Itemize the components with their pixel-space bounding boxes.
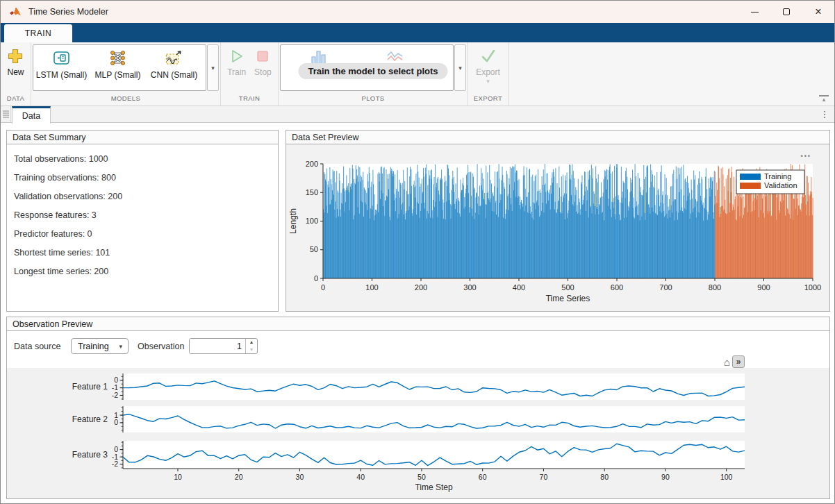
data-source-value: Training	[78, 342, 109, 351]
svg-text:Feature 1: Feature 1	[72, 382, 108, 392]
observation-input[interactable]	[190, 339, 245, 353]
ribbon-tab-strip: TRAIN	[1, 23, 834, 42]
model-cnn-small[interactable]: CNN (Small)	[146, 45, 202, 90]
cnn-model-icon	[165, 49, 183, 67]
svg-text:30: 30	[296, 473, 304, 481]
matlab-logo-icon	[9, 6, 22, 17]
new-button[interactable]: New	[7, 49, 24, 94]
summary-response-features: Response features: 3	[14, 210, 278, 219]
svg-text:50: 50	[310, 245, 318, 253]
ribbon-section-models: LSTM (Small)	[31, 42, 221, 106]
svg-text:200: 200	[306, 160, 318, 168]
svg-text:Training: Training	[764, 172, 791, 180]
kebab-menu-icon: ⋮	[820, 109, 829, 119]
train-button[interactable]: Train	[227, 49, 246, 94]
section-label-data: DATA	[1, 94, 31, 106]
svg-text:900: 900	[757, 283, 770, 292]
summary-longest-series: Longest time series: 200	[14, 267, 278, 276]
title-bar: Time Series Modeler ×	[1, 1, 834, 23]
svg-text:800: 800	[709, 283, 721, 292]
ribbon-section-train: Train Stop TRAIN	[221, 42, 279, 106]
stop-button-label: Stop	[254, 67, 272, 77]
plots-tooltip: Train the model to select plots	[298, 63, 447, 79]
export-button-label: Export	[476, 67, 500, 77]
data-source-dropdown[interactable]: Training ▾	[71, 338, 129, 354]
model-mlp-label: MLP (Small)	[95, 70, 141, 80]
maximize-button[interactable]	[770, 1, 802, 23]
collapse-ribbon-button[interactable]: ▴	[819, 95, 829, 103]
preview-panel-title: Data Set Preview	[286, 131, 829, 144]
svg-text:0: 0	[314, 274, 318, 283]
main-content: Data Set Summary Total observations: 100…	[1, 123, 834, 503]
svg-text:100: 100	[306, 217, 318, 225]
svg-text:40: 40	[356, 473, 365, 481]
ribbon-section-plots: Histogram ▾ Train the model to	[279, 42, 468, 106]
minimize-icon	[751, 12, 759, 12]
ribbon-section-data: New DATA	[1, 42, 31, 106]
play-icon	[229, 49, 245, 64]
checkmark-icon	[480, 49, 497, 64]
svg-text:Length: Length	[288, 208, 298, 234]
data-set-preview-panel: Data Set Preview 05010015020001002003004…	[286, 130, 830, 312]
train-button-label: Train	[227, 67, 246, 77]
models-gallery-dropdown[interactable]: ▾	[207, 44, 219, 91]
svg-text:50: 50	[418, 473, 426, 481]
chevron-down-icon: ▾	[211, 65, 215, 72]
spin-up-button[interactable]: ▴	[246, 339, 257, 346]
home-icon[interactable]: ⌂	[724, 357, 730, 367]
grip-icon	[3, 110, 9, 118]
section-label-export: EXPORT	[468, 94, 508, 106]
models-gallery: LSTM (Small)	[33, 44, 206, 91]
svg-text:200: 200	[415, 283, 427, 292]
svg-text:10: 10	[174, 473, 182, 481]
minimize-button[interactable]	[738, 1, 770, 23]
svg-text:Validation: Validation	[764, 181, 797, 190]
svg-text:70: 70	[540, 473, 548, 481]
document-tab-bar: Data ⋮	[1, 106, 834, 123]
stop-button[interactable]: Stop	[254, 49, 272, 94]
svg-text:Feature 3: Feature 3	[72, 450, 108, 460]
export-button[interactable]: Export ▾	[476, 49, 500, 94]
observation-features-chart: 0-1-2Feature 110Feature 20-1-2Feature 31…	[7, 368, 829, 500]
plots-gallery-dropdown[interactable]: ▾	[454, 44, 466, 91]
model-lstm-small[interactable]: LSTM (Small)	[33, 45, 90, 90]
app-window: Time Series Modeler × TRAIN New DATA	[0, 0, 835, 504]
model-mlp-small[interactable]: MLP (Small)	[90, 45, 146, 90]
observation-controls: Data source Training ▾ Observation ▴ ▾	[7, 338, 829, 356]
stop-icon	[255, 49, 270, 64]
svg-text:700: 700	[659, 283, 672, 292]
svg-text:0: 0	[321, 283, 325, 292]
tab-bar-menu-button[interactable]: ⋮	[815, 106, 834, 122]
close-button[interactable]: ×	[802, 1, 834, 23]
tab-train[interactable]: TRAIN	[4, 24, 72, 42]
svg-text:1000: 1000	[804, 283, 821, 292]
model-lstm-label: LSTM (Small)	[36, 70, 87, 80]
expand-toolbar-button[interactable]: »	[732, 355, 745, 368]
svg-text:-2: -2	[112, 391, 118, 399]
spin-down-button[interactable]: ▾	[246, 346, 257, 354]
maximize-icon	[783, 8, 790, 15]
lstm-model-icon	[52, 49, 71, 67]
tab-data[interactable]: Data	[12, 106, 51, 124]
chevron-down-icon: ▾	[458, 65, 462, 72]
summary-training-observations: Training observations: 800	[14, 173, 278, 182]
panel-grip-handle[interactable]	[1, 106, 11, 122]
axes-toolbar: ⌂ »	[722, 355, 746, 369]
chevron-down-icon: ▾	[119, 343, 122, 350]
svg-text:Time Step: Time Step	[415, 482, 453, 492]
chevron-down-icon: ▾	[486, 78, 490, 85]
svg-text:150: 150	[306, 188, 318, 196]
svg-text:80: 80	[600, 473, 609, 481]
double-chevron-icon: »	[736, 358, 741, 366]
section-label-plots: PLOTS	[279, 94, 468, 106]
svg-text:500: 500	[561, 283, 574, 292]
svg-text:100: 100	[365, 283, 378, 292]
svg-text:0: 0	[114, 418, 118, 426]
svg-text:600: 600	[611, 283, 623, 292]
summary-shortest-series: Shortest time series: 101	[14, 248, 278, 257]
svg-text:100: 100	[720, 473, 733, 481]
chart-options-button[interactable]: •••	[801, 153, 811, 160]
tab-train-label: TRAIN	[25, 28, 52, 38]
summary-predictor-features: Predictor features: 0	[14, 229, 278, 238]
summary-validation-observations: Validation observations: 200	[14, 192, 278, 201]
